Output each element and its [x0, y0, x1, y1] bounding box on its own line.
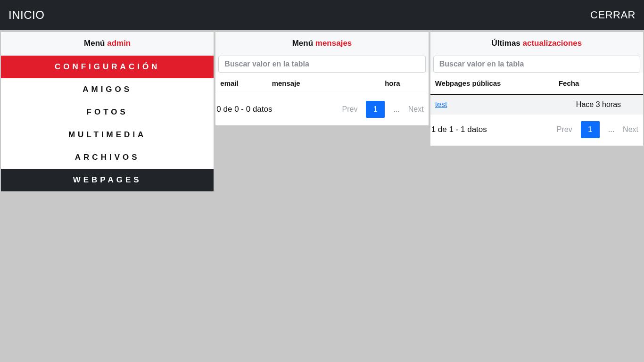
- messages-col-mensaje[interactable]: mensaje: [267, 73, 338, 94]
- sidebar-item-amigos[interactable]: AMIGOS: [1, 78, 214, 101]
- messages-title-accent: mensajes: [315, 39, 352, 48]
- updates-title-accent: actualizaciones: [523, 39, 582, 48]
- messages-next-button[interactable]: Next: [408, 105, 424, 114]
- sidebar-item-archivos[interactable]: ARCHIVOS: [1, 146, 214, 169]
- topbar: INICIO CERRAR: [0, 0, 644, 30]
- updates-panel: Últimas actualizaciones Webpages pública…: [430, 32, 643, 146]
- messages-footer: 0 de 0 - 0 datos Prev 1 ... Next: [215, 94, 428, 125]
- updates-search-wrap: [430, 56, 643, 73]
- messages-title-prefix: Menú: [292, 39, 315, 48]
- messages-table: email mensaje hora: [215, 73, 428, 94]
- messages-panel: Menú mensajes email mensaje hora 0 de 0 …: [215, 32, 428, 125]
- messages-title: Menú mensajes: [215, 32, 428, 56]
- updates-row-link[interactable]: test: [435, 100, 447, 108]
- home-link[interactable]: INICIO: [8, 8, 44, 22]
- updates-row-date: Hace 3 horas: [554, 94, 643, 115]
- messages-pager: Prev 1 ... Next: [342, 101, 424, 118]
- sidebar-item-multimedia[interactable]: MULTIMEDIA: [1, 123, 214, 146]
- updates-search-input[interactable]: [433, 56, 640, 73]
- close-link[interactable]: CERRAR: [590, 9, 636, 21]
- table-row: test Hace 3 horas: [430, 94, 643, 115]
- updates-col-date[interactable]: Fecha: [554, 73, 643, 94]
- updates-table: Webpages públicas Fecha test Hace 3 hora…: [430, 73, 643, 115]
- messages-search-wrap: [215, 56, 428, 73]
- messages-search-input[interactable]: [218, 56, 425, 73]
- updates-title: Últimas actualizaciones: [430, 32, 643, 56]
- updates-col-name[interactable]: Webpages públicas: [430, 73, 554, 94]
- messages-col-email[interactable]: email: [215, 73, 267, 94]
- updates-page-current[interactable]: 1: [581, 121, 600, 138]
- sidebar-title-accent: admin: [107, 39, 131, 48]
- messages-prev-button[interactable]: Prev: [342, 105, 358, 114]
- sidebar-item-fotos[interactable]: FOTOS: [1, 101, 214, 123]
- sidebar-item-configuracion[interactable]: CONFIGURACIÓN: [1, 56, 214, 78]
- messages-summary: 0 de 0 - 0 datos: [216, 105, 272, 114]
- sidebar-title: Menú admin: [1, 32, 214, 56]
- updates-prev-button[interactable]: Prev: [557, 125, 572, 134]
- sidebar-title-prefix: Menú: [84, 39, 107, 48]
- sidebar-menu: CONFIGURACIÓN AMIGOS FOTOS MULTIMEDIA AR…: [1, 56, 214, 191]
- updates-next-button[interactable]: Next: [623, 125, 638, 134]
- updates-footer: 1 de 1 - 1 datos Prev 1 ... Next: [430, 115, 643, 146]
- updates-summary: 1 de 1 - 1 datos: [431, 125, 487, 134]
- sidebar-panel: Menú admin CONFIGURACIÓN AMIGOS FOTOS MU…: [1, 32, 214, 191]
- messages-page-current[interactable]: 1: [366, 101, 385, 118]
- messages-col-hora[interactable]: hora: [338, 73, 429, 94]
- panels: Menú admin CONFIGURACIÓN AMIGOS FOTOS MU…: [0, 30, 644, 191]
- updates-pager-dots: ...: [608, 125, 614, 134]
- updates-pager: Prev 1 ... Next: [557, 121, 638, 138]
- updates-title-prefix: Últimas: [491, 39, 522, 48]
- messages-pager-dots: ...: [393, 105, 399, 114]
- sidebar-item-webpages[interactable]: WEBPAGES: [1, 169, 214, 191]
